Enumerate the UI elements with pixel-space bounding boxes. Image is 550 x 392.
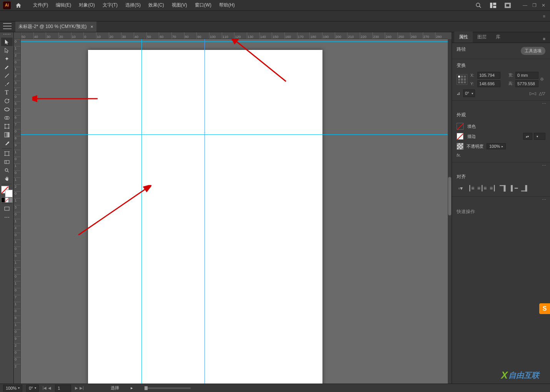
guide-vertical[interactable]: [204, 39, 205, 384]
artboard-number-input[interactable]: 1: [55, 385, 71, 392]
vertical-scrollbar[interactable]: [448, 39, 452, 384]
close-tab-icon[interactable]: ×: [91, 24, 93, 30]
ellipse-tool[interactable]: [1, 105, 13, 114]
stroke-weight-stepper[interactable]: ▴▾: [523, 133, 532, 140]
controlbar-menu-icon[interactable]: ≡: [543, 14, 545, 18]
align-left-icon[interactable]: ┃≡: [467, 185, 475, 192]
fill-color-swatch[interactable]: [457, 123, 464, 130]
gradient-tool[interactable]: [1, 131, 13, 139]
reference-point-icon[interactable]: [457, 74, 467, 85]
svg-point-0: [476, 3, 480, 7]
flip-horizontal-icon[interactable]: ▷◁: [529, 90, 536, 96]
hand-tool[interactable]: [1, 175, 13, 183]
window-restore-icon[interactable]: ❐: [531, 3, 538, 8]
prev-artboard-icon[interactable]: ◀: [48, 386, 51, 390]
magic-wand-tool[interactable]: ✦: [1, 55, 13, 63]
artboard[interactable]: [88, 50, 322, 384]
canvas-area[interactable]: 5040302010010203040506070809010011012013…: [14, 32, 452, 384]
more-options-icon[interactable]: ⋯: [542, 101, 546, 106]
svg-rect-6: [506, 4, 510, 7]
document-tab[interactable]: 未标题-2* @ 100 % (CMYK/预览) ×: [15, 22, 96, 32]
height-input[interactable]: [515, 80, 538, 87]
stroke-color-swatch[interactable]: [457, 133, 464, 140]
selection-tool[interactable]: [1, 38, 13, 46]
menu-view[interactable]: 视图(V): [169, 0, 190, 10]
vertical-ruler[interactable]: 0120123405067089101012013014010516010710…: [14, 39, 21, 384]
y-input[interactable]: [477, 80, 500, 87]
window-close-icon[interactable]: ✕: [540, 3, 547, 8]
flip-vertical-icon[interactable]: △▽: [538, 90, 545, 96]
more-options-icon[interactable]: ⋯: [542, 163, 546, 168]
svg-rect-4: [493, 6, 496, 8]
line-tool[interactable]: [1, 71, 13, 80]
search-icon[interactable]: [473, 1, 484, 10]
guide-horizontal[interactable]: [21, 134, 448, 135]
workspace-icon[interactable]: [502, 1, 513, 10]
artboard-tool[interactable]: [1, 149, 13, 158]
stroke-profile-select[interactable]: ▾: [534, 133, 545, 140]
menu-file[interactable]: 文件(F): [30, 0, 51, 10]
menu-help[interactable]: 帮助(H): [216, 0, 238, 10]
rotate-tool[interactable]: [1, 97, 13, 105]
guide-horizontal[interactable]: [21, 41, 448, 42]
edit-toolbar-icon[interactable]: ⋯: [1, 213, 13, 222]
align-top-icon[interactable]: ▔▌: [500, 185, 507, 192]
stroke-label: 描边: [467, 134, 476, 139]
width-input[interactable]: [515, 72, 538, 79]
menu-object[interactable]: 对象(O): [76, 0, 98, 10]
rotate-angle-select[interactable]: 0°▾: [463, 89, 475, 97]
guide-vertical[interactable]: [141, 39, 142, 384]
fx-icon[interactable]: fx.: [457, 153, 461, 157]
horizontal-ruler[interactable]: 5040302010010203040506070809010011012013…: [21, 32, 448, 39]
window-minimize-icon[interactable]: —: [522, 3, 528, 8]
menu-type[interactable]: 文字(T): [100, 0, 121, 10]
align-to-select[interactable]: ▫▾: [457, 185, 464, 192]
align-hcenter-icon[interactable]: ≡┃≡: [478, 185, 486, 192]
home-icon[interactable]: [15, 2, 22, 9]
eyedropper-tool[interactable]: [1, 139, 13, 147]
zoom-tool[interactable]: [1, 166, 13, 175]
x-input[interactable]: [477, 72, 500, 79]
screen-mode-icon[interactable]: [1, 205, 13, 213]
last-artboard-icon[interactable]: ▶|: [80, 386, 84, 390]
tab-libraries[interactable]: 库: [491, 31, 505, 43]
free-transform-tool[interactable]: [1, 122, 13, 131]
status-slider[interactable]: [145, 387, 191, 389]
tool-options-button[interactable]: 工具选项: [521, 47, 545, 55]
status-expand-icon[interactable]: ▸: [131, 385, 133, 390]
constrain-proportions-icon[interactable]: ⯐: [540, 77, 545, 82]
menu-select[interactable]: 选择(S): [122, 0, 144, 10]
tab-properties[interactable]: 属性: [454, 31, 473, 43]
x-label: X:: [470, 73, 476, 78]
tab-layers[interactable]: 图层: [473, 31, 491, 43]
arrange-documents-icon[interactable]: [488, 1, 498, 10]
artboard-nav[interactable]: ▶▶|: [75, 386, 84, 390]
panel-menu-icon[interactable]: ≡: [542, 35, 547, 43]
align-right-icon[interactable]: ≡┃: [489, 185, 497, 192]
toolbox-grip-icon[interactable]: [2, 34, 12, 36]
first-artboard-icon[interactable]: |◀: [43, 386, 47, 390]
type-tool[interactable]: T: [1, 88, 13, 97]
artboard-nav[interactable]: |◀◀: [43, 386, 52, 390]
pen-tool[interactable]: [1, 63, 13, 71]
sogou-ime-icon[interactable]: S: [539, 303, 550, 314]
paintbrush-tool[interactable]: [1, 80, 13, 88]
tab-list-icon[interactable]: [3, 23, 12, 29]
color-mode-swatches[interactable]: [1, 197, 13, 203]
slice-tool[interactable]: [1, 158, 13, 166]
ruler-origin-icon[interactable]: [14, 32, 21, 39]
zoom-level-select[interactable]: 100%▾: [3, 385, 22, 392]
fill-stroke-swatches[interactable]: [1, 186, 13, 197]
more-options-icon[interactable]: ⋯: [542, 197, 546, 202]
rotate-view-select[interactable]: 0°▾: [26, 385, 39, 392]
align-vcenter-icon[interactable]: ▌━: [510, 185, 518, 192]
next-artboard-icon[interactable]: ▶: [75, 386, 78, 390]
opacity-input[interactable]: 100%▸: [487, 143, 506, 149]
menu-effect[interactable]: 效果(C): [145, 0, 167, 10]
menu-edit[interactable]: 编辑(E): [53, 0, 74, 10]
stroke-swatch[interactable]: [5, 190, 13, 197]
direct-selection-tool[interactable]: [1, 46, 13, 55]
shape-builder-tool[interactable]: [1, 114, 13, 122]
align-bottom-icon[interactable]: ▁▌: [521, 185, 529, 192]
menu-window[interactable]: 窗口(W): [192, 0, 214, 10]
